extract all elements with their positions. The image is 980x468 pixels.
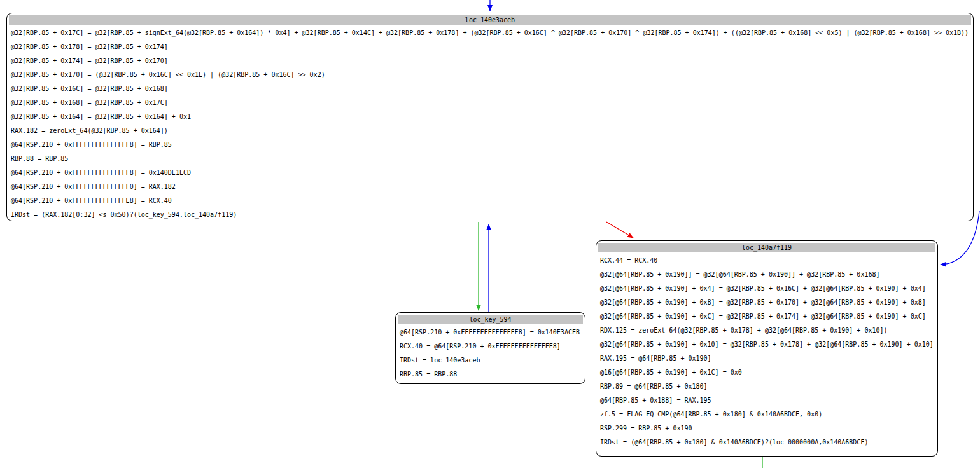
cfg-graph-canvas: loc_140e3aceb @32[RBP.85 + 0x17C] = @32[… xyxy=(0,0,980,468)
ir-statement: @64[RBP.85 + 0x188] = RAX.195 xyxy=(600,394,935,408)
basic-block-statements: @64[RSP.210 + 0xFFFFFFFFFFFFFFF8] = 0x14… xyxy=(398,324,583,382)
node-loc_140e3aceb[interactable]: loc_140e3aceb @32[RBP.85 + 0x17C] = @32[… xyxy=(6,13,974,221)
node-title: loc_140a7f119 xyxy=(598,243,935,252)
ir-statement: @64[RSP.210 + 0xFFFFFFFFFFFFFFF8] = 0x14… xyxy=(400,326,583,340)
ir-statement: @32[RBP.85 + 0x164] = @32[RBP.85 + 0x164… xyxy=(11,110,971,124)
ir-statement: IRDst = (@64[RBP.85 + 0x180] & 0x140A6BD… xyxy=(600,436,935,450)
ir-statement: RCX.44 = RCX.40 xyxy=(600,254,935,268)
node-title: loc_key_594 xyxy=(398,315,583,324)
node-title: loc_140e3aceb xyxy=(9,15,971,25)
ir-statement: @64[RSP.210 + 0xFFFFFFFFFFFFFFF8] = 0x14… xyxy=(11,166,971,180)
ir-statement: RAX.195 = @64[RBP.85 + 0x190] xyxy=(600,352,935,366)
basic-block-statements: RCX.44 = RCX.40 @32[@64[RBP.85 + 0x190]]… xyxy=(598,252,935,450)
ir-statement: @64[RSP.210 + 0xFFFFFFFFFFFFFFE8] = RCX.… xyxy=(11,194,971,208)
ir-statement: @32[RBP.85 + 0x16C] = @32[RBP.85 + 0x168… xyxy=(11,82,971,96)
ir-statement: RCX.40 = @64[RSP.210 + 0xFFFFFFFFFFFFFFE… xyxy=(400,340,583,354)
ir-statement: IRDst = (RAX.182[0:32] <s 0x50)?(loc_key… xyxy=(11,208,971,221)
ir-statement: @64[RSP.210 + 0xFFFFFFFFFFFFFFF0] = RAX.… xyxy=(11,180,971,194)
ir-statement: RDX.125 = zeroExt_64(@32[RBP.85 + 0x178]… xyxy=(600,324,935,338)
ir-statement: @32[@64[RBP.85 + 0x190] + 0x4] = @32[RBP… xyxy=(600,282,935,296)
basic-block-statements: @32[RBP.85 + 0x17C] = @32[RBP.85 + signE… xyxy=(9,25,971,221)
node-loc_140a7f119[interactable]: loc_140a7f119 RCX.44 = RCX.40 @32[@64[RB… xyxy=(596,240,938,457)
ir-statement: @32[RBP.85 + 0x168] = @32[RBP.85 + 0x17C… xyxy=(11,96,971,110)
ir-statement: @32[RBP.85 + 0x178] = @32[RBP.85 + 0x174… xyxy=(11,40,971,54)
ir-statement: IRDst = loc_140e3aceb xyxy=(400,354,583,368)
ir-statement: @32[@64[RBP.85 + 0x190]] = @32[@64[RBP.8… xyxy=(600,268,935,282)
edge-false-loc_140e3aceb-to-loc_140a7f119 xyxy=(606,222,633,238)
ir-statement: @16[@64[RBP.85 + 0x190] + 0x1C] = 0x0 xyxy=(600,366,935,380)
ir-statement: RBP.85 = RBP.88 xyxy=(400,368,583,382)
ir-statement: @64[RSP.210 + 0xFFFFFFFFFFFFFFF8] = RBP.… xyxy=(11,138,971,152)
ir-statement: @32[RBP.85 + 0x174] = @32[RBP.85 + 0x170… xyxy=(11,54,971,68)
ir-statement: @32[@64[RBP.85 + 0x190] + 0x8] = @32[RBP… xyxy=(600,296,935,310)
ir-statement: RAX.182 = zeroExt_64(@32[RBP.85 + 0x164]… xyxy=(11,124,971,138)
ir-statement: RBP.88 = RBP.85 xyxy=(11,152,971,166)
ir-statement: @32[RBP.85 + 0x170] = (@32[RBP.85 + 0x16… xyxy=(11,68,971,82)
ir-statement: RBP.89 = @64[RBP.85 + 0x180] xyxy=(600,380,935,394)
node-loc_key_594[interactable]: loc_key_594 @64[RSP.210 + 0xFFFFFFFFFFFF… xyxy=(395,312,585,384)
ir-statement: zf.5 = FLAG_EQ_CMP(@64[RBP.85 + 0x180] &… xyxy=(600,408,935,422)
ir-statement: @32[@64[RBP.85 + 0x190] + 0x10] = @32[RB… xyxy=(600,338,935,352)
ir-statement: @32[RBP.85 + 0x17C] = @32[RBP.85 + signE… xyxy=(11,26,971,40)
ir-statement: @32[@64[RBP.85 + 0x190] + 0xC] = @32[RBP… xyxy=(600,310,935,324)
ir-statement: RSP.299 = RBP.85 + 0x190 xyxy=(600,422,935,436)
